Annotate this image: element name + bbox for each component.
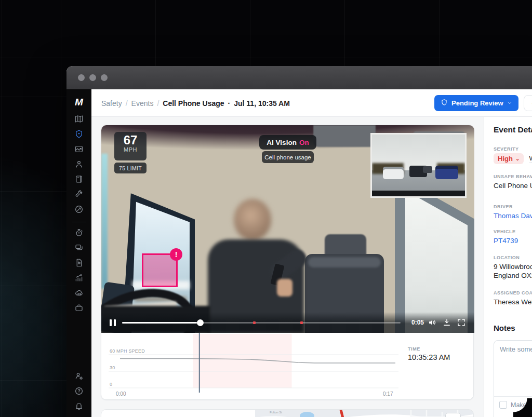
event-timestamp: Jul 11, 10:35 AM (234, 99, 290, 107)
checkbox[interactable] (499, 401, 507, 409)
pause-button[interactable] (110, 319, 116, 326)
sidebar-item-toolbox[interactable] (72, 304, 86, 314)
event-details-panel: Event Details SEVERITY High ⌄ W UNSAFE B… (484, 117, 532, 417)
sidebar-item-reports[interactable] (72, 274, 86, 284)
y-tick-label: 0 (110, 382, 112, 387)
trend-chart-icon (74, 273, 84, 285)
map[interactable]: Fulton St (255, 410, 474, 417)
breadcrumb: Safety / Events / Cell Phone Usage · Jul… (101, 89, 290, 117)
compass-icon (74, 205, 84, 216)
window-control-zoom[interactable] (101, 74, 108, 81)
sidebar-item-admin[interactable] (72, 372, 86, 382)
sidebar-item-drivers[interactable] (72, 160, 86, 170)
sidebar-item-integrations[interactable] (72, 289, 86, 299)
event-media-card: 67 MPH 75 LIMIT AI Vision On Cell phone … (101, 125, 474, 400)
vehicle-link[interactable]: PT4739 (494, 237, 518, 245)
video-controls-bar: 0:05 (101, 312, 474, 333)
sidebar-item-messages[interactable] (72, 244, 86, 253)
notes-divider (494, 396, 532, 397)
window-control-minimize[interactable] (89, 74, 96, 81)
speed-unit: MPH (114, 146, 147, 153)
video-progress-bar[interactable] (122, 322, 401, 324)
wrench-icon (74, 190, 84, 201)
sidebar-item-documents[interactable] (72, 259, 86, 268)
media-icon (74, 144, 84, 156)
page-background: M (0, 0, 532, 417)
chart-time-label: TIME (408, 346, 420, 352)
map-street-label: Fulton St (270, 411, 282, 414)
sidebar-item-map[interactable] (72, 115, 86, 125)
page-title: Cell Phone Usage (163, 99, 224, 107)
breadcrumb-events[interactable]: Events (131, 99, 154, 107)
user-gear-icon (74, 371, 84, 383)
window-control-close[interactable] (78, 74, 85, 81)
app-window: M (66, 66, 532, 417)
location-line2: England OX28 (494, 272, 532, 279)
dashcam-video-player[interactable]: 67 MPH 75 LIMIT AI Vision On Cell phone … (101, 125, 474, 333)
video-current-time: 0:05 (411, 319, 424, 326)
notes-title: Notes (494, 324, 515, 332)
behavior-value: Cell Phone Usage (494, 182, 532, 190)
ai-event-overlay: Cell phone usage (262, 151, 314, 163)
sidebar-item-safety[interactable] (72, 130, 86, 140)
document-icon (74, 258, 84, 270)
blue-car (435, 166, 458, 179)
page-corner-mask (513, 398, 532, 417)
sidebar-item-help[interactable] (72, 387, 86, 397)
coach-value: Theresa Webb (494, 298, 532, 306)
x-tick-label: 0:00 (116, 391, 126, 397)
severity-value: High (498, 155, 513, 163)
y-tick-label: 30 (110, 365, 115, 370)
window-titlebar (66, 66, 532, 89)
sidebar-item-logbook[interactable] (72, 176, 86, 185)
safety-shield-icon (74, 129, 84, 141)
secondary-action-button[interactable]: + (524, 95, 532, 111)
main-content: 67 MPH 75 LIMIT AI Vision On Cell phone … (91, 117, 484, 417)
map-control-button[interactable] (445, 413, 461, 417)
status-label: Pending Review (451, 99, 503, 107)
sidebar-item-timer[interactable] (72, 229, 86, 238)
speed-value: 67 (114, 134, 147, 146)
vehicle-label: VEHICLE (494, 229, 516, 234)
sidebar-divider (72, 222, 86, 222)
cloud-device-icon (74, 288, 84, 300)
chat-icon (74, 243, 84, 254)
speed-overlay: 67 MPH (114, 132, 147, 160)
logbook-icon (74, 174, 84, 186)
toolbox-icon (74, 303, 84, 315)
map-canvas (255, 410, 474, 417)
breadcrumb-safety[interactable]: Safety (101, 99, 122, 107)
event-marker (300, 321, 303, 324)
panel-title: Event Details (494, 125, 532, 134)
timer-icon (74, 228, 84, 239)
event-map-card: Fulton St (101, 409, 474, 417)
severity-select[interactable]: High ⌄ (494, 153, 524, 164)
driver-user-icon (74, 159, 84, 171)
brand-logo: M (75, 97, 83, 108)
sidebar-item-maintenance[interactable] (72, 191, 86, 200)
progress-thumb[interactable] (197, 319, 204, 326)
severity-info-link[interactable]: W (529, 154, 532, 163)
speed-chart: 60 MPH SPEED3000:000:17 TIME 10:35:23 AM (101, 333, 474, 400)
volume-icon[interactable] (428, 318, 437, 327)
road-camera-inset[interactable] (370, 133, 467, 198)
download-icon[interactable] (442, 318, 451, 327)
y-tick-label: 60 MPH SPEED (110, 348, 145, 354)
bell-icon (74, 401, 84, 413)
fullscreen-icon[interactable] (457, 318, 466, 327)
dark-car (423, 166, 432, 173)
sidebar-item-dispatch[interactable] (72, 206, 86, 215)
sidebar-item-notifications[interactable] (72, 402, 86, 412)
notes-placeholder: Write something... (500, 345, 532, 353)
breadcrumb-middot: · (228, 99, 231, 107)
breadcrumb-separator: / (157, 99, 159, 107)
chart-time-value: 10:35:23 AM (408, 353, 450, 361)
progress-fill (122, 322, 200, 324)
driver-link[interactable]: Thomas Davis (494, 212, 532, 220)
sidebar-item-media[interactable] (72, 145, 86, 155)
location-line1: 9 Willowbrook Rd (494, 263, 532, 271)
map-icon (74, 114, 84, 126)
pending-review-button[interactable]: Pending Review (434, 95, 518, 111)
location-label: LOCATION (494, 255, 520, 260)
sidebar: M (66, 89, 91, 417)
